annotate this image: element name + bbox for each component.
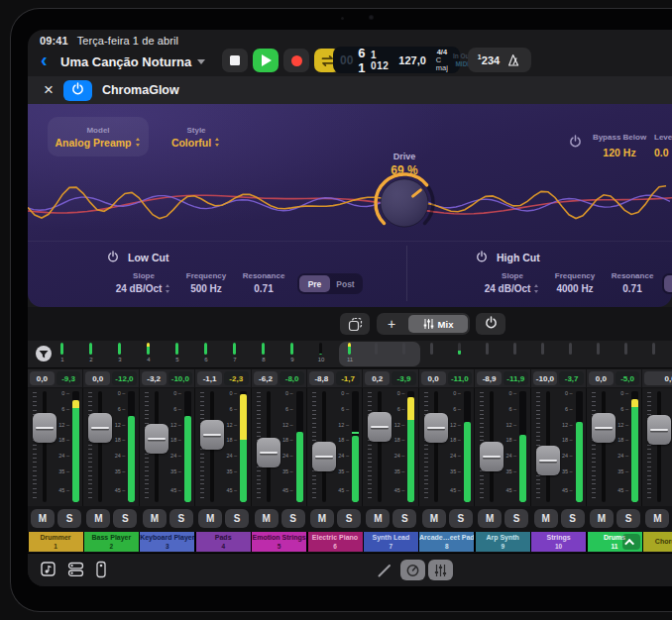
fader-cap[interactable] bbox=[88, 413, 112, 443]
volume-value[interactable]: 0,0 bbox=[589, 371, 614, 385]
pencil-tool-icon[interactable] bbox=[93, 561, 109, 578]
fader-cap[interactable] bbox=[312, 442, 336, 471]
solo-button[interactable]: S bbox=[561, 509, 585, 528]
high-cut-slope[interactable]: Slope 24 dB/Oct bbox=[482, 271, 543, 294]
duplicate-button[interactable] bbox=[340, 313, 370, 335]
low-cut-frequency[interactable]: Frequency500 Hz bbox=[178, 271, 234, 294]
track-name-plate[interactable]: Arcade…eet Pad8 bbox=[419, 532, 474, 552]
bypass-power-icon[interactable] bbox=[569, 134, 582, 152]
low-cut-power-icon[interactable] bbox=[107, 251, 119, 264]
solo-button[interactable]: S bbox=[57, 509, 81, 528]
fader-cap[interactable] bbox=[33, 413, 56, 443]
mixer-view-button[interactable] bbox=[428, 560, 453, 580]
volume-value[interactable]: -3,2 bbox=[142, 371, 167, 385]
model-selector[interactable]: Model Analog Preamp bbox=[48, 117, 149, 156]
fader-cap[interactable] bbox=[368, 412, 392, 442]
volume-value[interactable]: 0,0 bbox=[85, 371, 110, 385]
solo-button[interactable]: S bbox=[616, 509, 640, 528]
volume-value[interactable]: -6,2 bbox=[254, 371, 279, 385]
fader-cap[interactable] bbox=[257, 438, 280, 467]
mixer-power-button[interactable] bbox=[476, 313, 505, 335]
plugin-power-button[interactable] bbox=[63, 80, 92, 101]
fader-cap[interactable] bbox=[145, 424, 168, 454]
volume-value[interactable]: -8,8 bbox=[309, 371, 334, 385]
low-cut-slope[interactable]: Slope 24 dB/Oct bbox=[113, 271, 174, 294]
mute-button[interactable]: M bbox=[310, 509, 334, 528]
add-track-button[interactable]: + bbox=[377, 316, 406, 332]
track-name-plate[interactable]: Bass Player2 bbox=[84, 532, 139, 552]
lcd-display[interactable]: 00 6 1 1 012 127,0 4/4 C maj In Out MIDI bbox=[333, 47, 460, 73]
bypass-below-control[interactable]: Bypass Below 120 Hz bbox=[589, 126, 650, 158]
volume-value[interactable]: -10,0 bbox=[533, 371, 558, 385]
solo-button[interactable]: S bbox=[392, 509, 416, 528]
solo-button[interactable]: S bbox=[449, 509, 473, 528]
volume-value[interactable]: -8,9 bbox=[477, 371, 502, 385]
volume-value[interactable]: -1,1 bbox=[197, 371, 222, 385]
song-title[interactable]: Uma Canção Noturna bbox=[60, 54, 205, 69]
fader-cap[interactable] bbox=[536, 446, 560, 475]
back-chevron-icon[interactable]: ‹ bbox=[41, 50, 48, 69]
pre-segment[interactable]: Pre bbox=[664, 275, 672, 292]
high-cut-power-icon[interactable] bbox=[476, 251, 488, 264]
solo-button[interactable]: S bbox=[504, 509, 528, 528]
track-name-plate[interactable]: Synth Lead7 bbox=[364, 532, 418, 552]
solo-button[interactable]: S bbox=[113, 509, 137, 528]
fader-cap[interactable] bbox=[592, 413, 616, 443]
volume-value[interactable]: 0,0 bbox=[644, 371, 672, 385]
mute-button[interactable]: M bbox=[31, 509, 55, 528]
solo-button[interactable]: S bbox=[225, 509, 249, 528]
collapse-strip-button[interactable] bbox=[622, 534, 640, 550]
track-name-plate[interactable]: Pads4 bbox=[196, 532, 251, 552]
filter-icon[interactable] bbox=[35, 345, 53, 362]
mute-button[interactable]: M bbox=[645, 509, 669, 528]
track-name-plate[interactable]: Drums11 bbox=[588, 532, 642, 552]
drive-knob[interactable] bbox=[370, 165, 439, 239]
stop-button[interactable] bbox=[222, 49, 248, 72]
high-cut-resonance[interactable]: Resonance0.71 bbox=[607, 271, 658, 294]
controls-view-button[interactable] bbox=[400, 560, 425, 580]
solo-button[interactable]: S bbox=[169, 509, 193, 528]
track-name-plate[interactable]: Emotion Strings5 bbox=[252, 532, 306, 552]
mute-button[interactable]: M bbox=[255, 509, 279, 528]
track-name-plate[interactable]: Chorus V bbox=[643, 532, 672, 552]
channel-values: 0,0-11,0 bbox=[419, 369, 474, 387]
mute-button[interactable]: M bbox=[198, 509, 222, 528]
style-selector[interactable]: Style Colorful bbox=[157, 117, 236, 156]
mute-button[interactable]: M bbox=[590, 509, 614, 528]
overview-selection-highlight[interactable] bbox=[339, 342, 420, 366]
mute-button[interactable]: M bbox=[143, 509, 167, 528]
browser-icon[interactable] bbox=[67, 561, 85, 578]
high-cut-frequency[interactable]: Frequency4000 Hz bbox=[547, 271, 603, 294]
fader-cap[interactable] bbox=[480, 442, 504, 471]
fader-cap[interactable] bbox=[424, 413, 448, 443]
track-name-plate[interactable]: Arp Synth9 bbox=[476, 532, 530, 552]
volume-value[interactable]: 0,0 bbox=[30, 371, 55, 385]
fader-cap[interactable] bbox=[647, 415, 671, 445]
low-cut-resonance[interactable]: Resonance0.71 bbox=[238, 271, 289, 294]
metronome-icon[interactable] bbox=[507, 53, 521, 67]
solo-button[interactable]: S bbox=[281, 509, 305, 528]
solo-button[interactable]: S bbox=[337, 509, 361, 528]
mute-button[interactable]: M bbox=[366, 509, 390, 528]
track-name-plate[interactable]: Drummer1 bbox=[29, 532, 83, 552]
volume-value[interactable]: 0,0 bbox=[421, 371, 446, 385]
mute-button[interactable]: M bbox=[86, 509, 110, 528]
level-control[interactable]: Level 0.0 bbox=[654, 126, 672, 158]
post-segment[interactable]: Post bbox=[330, 275, 361, 292]
mute-button[interactable]: M bbox=[478, 509, 502, 528]
track-name-plate[interactable]: Strings10 bbox=[531, 532, 586, 552]
volume-value[interactable]: 0,2 bbox=[365, 371, 390, 385]
track-name-plate[interactable]: Keyboard Player3 bbox=[140, 532, 194, 552]
count-in-button[interactable]: 1234 bbox=[478, 53, 500, 66]
mute-button[interactable]: M bbox=[534, 509, 558, 528]
mix-tab[interactable]: Mix bbox=[408, 315, 468, 333]
close-icon[interactable]: × bbox=[44, 82, 54, 98]
play-button[interactable] bbox=[253, 49, 279, 72]
mute-button[interactable]: M bbox=[422, 509, 446, 528]
loop-browser-icon[interactable] bbox=[40, 561, 57, 578]
pre-segment[interactable]: Pre bbox=[299, 275, 330, 292]
record-button[interactable] bbox=[283, 49, 309, 72]
pencil-icon[interactable] bbox=[377, 563, 392, 578]
fader-cap[interactable] bbox=[200, 420, 224, 450]
track-name-plate[interactable]: Electric Piano6 bbox=[308, 532, 363, 552]
